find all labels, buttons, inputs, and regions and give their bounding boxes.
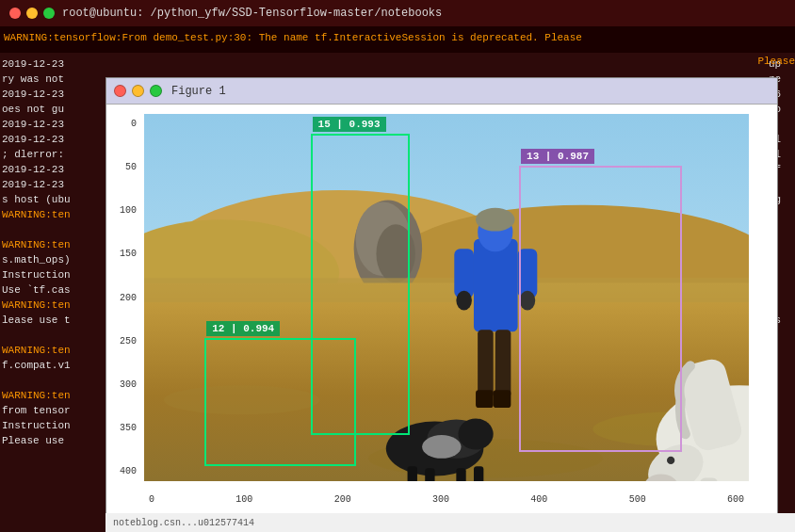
svg-rect-16 (495, 330, 511, 397)
term-line: WARNING:ten (2, 343, 104, 358)
terminal-title-text: root@ubuntu: /python_yfw/SSD-Tensorflow-… (62, 7, 442, 20)
svg-rect-19 (454, 249, 474, 298)
dog-detection-label: 12 | 0.994 (206, 321, 280, 336)
term-line: lease use t (2, 313, 104, 328)
person-detection-label: 15 | 0.993 (313, 117, 386, 132)
term-line: oes not gu (2, 102, 104, 117)
svg-point-14 (476, 208, 514, 232)
term-line: s.math_ops) (2, 252, 104, 267)
svg-point-35 (667, 457, 674, 464)
svg-point-21 (456, 291, 472, 311)
y-axis-label-100: 100 (108, 205, 137, 216)
horse-detection-box: 13 | 0.987 (519, 166, 682, 452)
x-axis-label-300: 300 (432, 494, 449, 505)
figure-maximize-button[interactable] (150, 85, 162, 97)
term-line: s host (ubu (2, 192, 104, 207)
terminal-maximize-button[interactable] (43, 8, 55, 19)
term-line: f.compat.v1 (2, 358, 104, 373)
bottom-status-text: noteblog.csn...u012577414 (113, 518, 254, 528)
term-line: Use `tf.cas (2, 282, 104, 298)
svg-rect-17 (476, 390, 494, 408)
figure-title-bar: Figure 1 (106, 78, 777, 105)
x-axis-labels: 0 100 200 300 400 500 600 (144, 494, 749, 505)
x-axis-label-400: 400 (530, 494, 547, 505)
left-terminal-panel: 2019-12-23 ry was not 2019-12-23 oes not… (0, 26, 105, 532)
terminal-minimize-button[interactable] (26, 8, 38, 19)
y-axis-label-300: 300 (108, 379, 137, 390)
y-axis-labels: 0 50 100 150 200 250 300 350 400 (108, 114, 137, 481)
dog-detection-box: 12 | 0.994 (204, 338, 356, 467)
figure-window: Figure 1 0 50 100 150 200 250 300 350 40… (105, 77, 778, 520)
y-axis-label-0: 0 (108, 119, 137, 129)
svg-rect-18 (494, 390, 511, 408)
term-line: from tensor (2, 403, 104, 418)
x-axis-label-0: 0 (149, 494, 154, 505)
term-line: WARNING:ten (2, 207, 104, 222)
y-axis-label-200: 200 (108, 293, 137, 303)
y-axis-label-250: 250 (108, 336, 137, 347)
figure-minimize-button[interactable] (132, 85, 144, 97)
term-line: Instruction (2, 267, 104, 282)
x-axis-label-100: 100 (235, 494, 252, 505)
term-line (2, 222, 104, 237)
term-line: 2019-12-23 (2, 117, 104, 132)
term-line: Instruction (2, 418, 104, 433)
svg-point-25 (458, 418, 493, 449)
x-axis-label-200: 200 (334, 494, 351, 505)
plot-image: 15 | 0.993 13 | 0.987 12 | 0.994 (144, 114, 749, 481)
svg-rect-28 (425, 468, 434, 481)
svg-point-26 (422, 435, 461, 459)
terminal-title-bar: root@ubuntu: /python_yfw/SSD-Tensorflow-… (0, 0, 795, 26)
svg-rect-15 (478, 330, 494, 397)
term-line (2, 328, 104, 343)
y-axis-label-50: 50 (108, 162, 137, 172)
term-line: WARNING:ten (2, 388, 104, 403)
term-line: WARNING:ten (2, 237, 104, 252)
y-axis-label-150: 150 (108, 249, 137, 259)
horse-detection-label: 13 | 0.987 (521, 149, 594, 164)
term-line: 2019-12-23 (2, 177, 104, 192)
bottom-status-bar: noteblog.csn...u012577414 (105, 513, 795, 532)
term-line: 2019-12-23 (2, 162, 104, 177)
term-line: WARNING:ten (2, 298, 104, 313)
figure-title-text: Figure 1 (171, 85, 226, 98)
y-axis-label-350: 350 (108, 423, 137, 433)
axes-container: 0 50 100 150 200 250 300 350 400 0 100 2… (144, 114, 749, 481)
x-axis-label-600: 600 (727, 494, 744, 505)
svg-rect-12 (474, 239, 518, 331)
terminal-window-buttons (9, 8, 55, 19)
top-warning-bar: WARNING:tensorflow:From demo_test.py:30:… (0, 26, 795, 53)
figure-close-button[interactable] (114, 85, 126, 97)
svg-rect-30 (474, 466, 483, 481)
term-line: 2019-12-23 (2, 87, 104, 102)
term-line (2, 373, 104, 388)
x-axis-label-500: 500 (629, 494, 646, 505)
svg-rect-27 (408, 466, 417, 481)
term-line: ; dlerror: (2, 147, 104, 162)
terminal-close-button[interactable] (9, 8, 21, 19)
term-line: 2019-12-23 (2, 56, 104, 72)
please-text: Please (757, 52, 795, 71)
term-line: ry was not (2, 72, 104, 87)
term-line: 2019-12-23 (2, 132, 104, 147)
term-line: Please use (2, 433, 104, 448)
figure-plot-area: 0 50 100 150 200 250 300 350 400 0 100 2… (106, 105, 777, 519)
y-axis-label-400: 400 (108, 466, 137, 476)
svg-rect-29 (456, 468, 465, 481)
